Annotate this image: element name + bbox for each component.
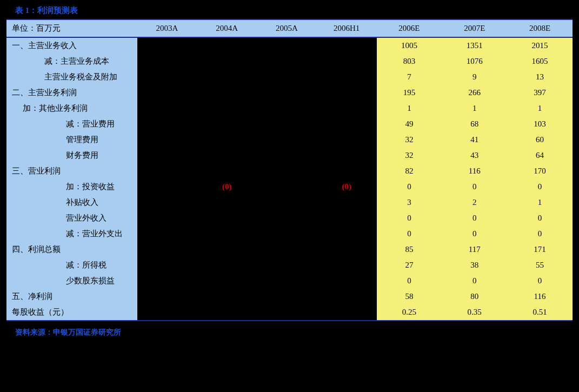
historical-cell [197, 148, 257, 163]
historical-cell [317, 289, 377, 304]
profit-forecast-table-wrap: 单位：百万元 2003A 2004A 2005A 2006H1 2006E 20… [0, 19, 579, 321]
historical-cell [257, 304, 317, 321]
estimate-cell: 2015 [507, 37, 573, 54]
row-label: 少数股东损益 [6, 273, 137, 289]
estimate-cell: 68 [442, 116, 507, 132]
table-body: 一、主营业务收入100513512015减：主营业务成本80310761605主… [6, 37, 573, 321]
row-label: 加：投资收益 [6, 179, 137, 195]
historical-cell [317, 54, 377, 69]
table-row: 加：其他业务利润111 [6, 101, 573, 116]
historical-cell [257, 242, 317, 257]
row-label: 一、主营业务收入 [6, 37, 137, 54]
estimate-cell: 0 [377, 226, 442, 242]
historical-cell [197, 304, 257, 321]
historical-cell: (0) [317, 179, 377, 195]
historical-cell [197, 163, 257, 179]
estimate-cell: 55 [507, 257, 573, 273]
estimate-cell: 41 [442, 132, 507, 148]
historical-cell [257, 37, 317, 54]
table-row: 财务费用324364 [6, 148, 573, 163]
table-row: 减：营业外支出000 [6, 226, 573, 242]
unit-header: 单位：百万元 [6, 19, 137, 37]
table-row: 主营业务税金及附加7913 [6, 69, 573, 85]
estimate-cell: 0 [507, 210, 573, 226]
estimate-cell: 1 [377, 101, 442, 116]
estimate-cell: 171 [507, 242, 573, 257]
historical-cell [257, 54, 317, 69]
estimate-cell: 0.51 [507, 304, 573, 321]
historical-cell [137, 210, 197, 226]
estimate-cell: 0 [507, 226, 573, 242]
historical-cell [317, 132, 377, 148]
table-row: 管理费用324160 [6, 132, 573, 148]
historical-cell [317, 273, 377, 289]
estimate-cell: 0 [377, 273, 442, 289]
historical-cell [317, 210, 377, 226]
estimate-cell: 64 [507, 148, 573, 163]
estimate-cell: 0 [377, 179, 442, 195]
historical-cell [137, 85, 197, 101]
historical-cell [257, 85, 317, 101]
estimate-cell: 1351 [442, 37, 507, 54]
table-row: 每股收益（元）0.250.350.51 [6, 304, 573, 321]
estimate-cell: 2 [442, 195, 507, 210]
row-label: 每股收益（元） [6, 304, 137, 321]
table-row: 五、净利润5880116 [6, 289, 573, 304]
table-row: 补贴收入321 [6, 195, 573, 210]
historical-cell [317, 304, 377, 321]
estimate-cell: 0 [377, 210, 442, 226]
historical-cell [317, 148, 377, 163]
estimate-cell: 32 [377, 132, 442, 148]
historical-cell [197, 37, 257, 54]
historical-cell [257, 116, 317, 132]
historical-cell [197, 132, 257, 148]
historical-cell [137, 304, 197, 321]
historical-cell [137, 195, 197, 210]
estimate-cell: 13 [507, 69, 573, 85]
estimate-cell: 32 [377, 148, 442, 163]
historical-cell [257, 195, 317, 210]
historical-cell [197, 54, 257, 69]
row-label: 主营业务税金及附加 [6, 69, 137, 85]
estimate-cell: 803 [377, 54, 442, 69]
historical-cell [137, 226, 197, 242]
historical-cell [137, 132, 197, 148]
table-title: 表 1：利润预测表 [0, 0, 579, 19]
estimate-cell: 116 [507, 289, 573, 304]
table-row: 三、营业利润82116170 [6, 163, 573, 179]
estimate-cell: 0 [442, 210, 507, 226]
estimate-cell: 85 [377, 242, 442, 257]
estimate-cell: 0 [507, 179, 573, 195]
historical-cell [317, 116, 377, 132]
historical-cell [317, 195, 377, 210]
estimate-cell: 1 [442, 101, 507, 116]
table-row: 一、主营业务收入100513512015 [6, 37, 573, 54]
table-row: 营业外收入000 [6, 210, 573, 226]
historical-cell [317, 85, 377, 101]
estimate-cell: 1605 [507, 54, 573, 69]
estimate-cell: 0 [442, 226, 507, 242]
estimate-cell: 27 [377, 257, 442, 273]
row-label: 减：所得税 [6, 257, 137, 273]
historical-cell [137, 289, 197, 304]
col-2006H1: 2006H1 [317, 19, 377, 37]
table-row: 少数股东损益000 [6, 273, 573, 289]
negative-value: (0) [222, 182, 232, 191]
historical-cell: (0) [197, 179, 257, 195]
table-row: 四、利润总额85117171 [6, 242, 573, 257]
col-2003A: 2003A [137, 19, 197, 37]
row-label: 减：营业费用 [6, 116, 137, 132]
estimate-cell: 266 [442, 85, 507, 101]
historical-cell [257, 179, 317, 195]
estimate-cell: 43 [442, 148, 507, 163]
historical-cell [137, 148, 197, 163]
estimate-cell: 3 [377, 195, 442, 210]
historical-cell [137, 116, 197, 132]
estimate-cell: 170 [507, 163, 573, 179]
col-2004A: 2004A [197, 19, 257, 37]
historical-cell [197, 289, 257, 304]
historical-cell [197, 195, 257, 210]
historical-cell [137, 179, 197, 195]
historical-cell [137, 242, 197, 257]
historical-cell [317, 163, 377, 179]
